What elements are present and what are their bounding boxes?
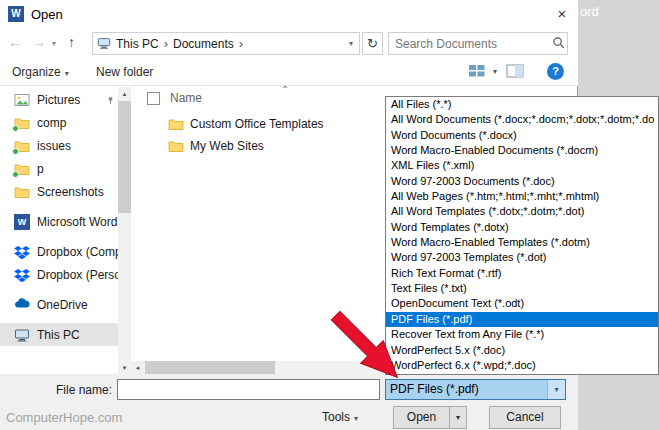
open-button-label[interactable]: Open <box>394 407 449 428</box>
sidebar-item-this-pc[interactable]: This PC <box>0 323 118 346</box>
tools-label: Tools <box>322 410 350 424</box>
dialog-titlebar: W Open × <box>0 0 578 28</box>
sidebar-item-issues[interactable]: issues <box>0 134 118 157</box>
select-all-checkbox[interactable] <box>147 92 160 105</box>
file-type-option[interactable]: All Files (*.*) <box>386 97 658 112</box>
address-dropdown-chevron-icon[interactable]: ▾ <box>349 39 355 48</box>
dropbox-icon <box>14 244 30 260</box>
tools-button[interactable]: Tools▾ <box>322 410 358 424</box>
list-item[interactable]: My Web Sites <box>168 136 264 156</box>
sidebar-item-label: comp <box>37 116 66 130</box>
onedrive-icon <box>14 297 30 313</box>
recent-locations-chevron-icon[interactable]: ▾ <box>52 39 56 48</box>
file-type-option[interactable]: Word Macro-Enabled Templates (*.dotm) <box>386 235 658 250</box>
file-list-horizontal-scrollbar[interactable]: ◂ <box>131 361 385 374</box>
dialog-title: Open <box>31 7 63 22</box>
name-column-header[interactable]: Name <box>170 91 202 105</box>
scrollbar-thumb[interactable] <box>145 361 275 374</box>
open-split-chevron-icon[interactable]: ▾ <box>449 407 466 428</box>
preview-pane-button[interactable] <box>506 64 524 81</box>
breadcrumb-separator-icon: › <box>239 36 243 51</box>
file-type-option[interactable]: All Word Documents (*.docx;*.docm;*.dotx… <box>386 112 658 127</box>
preview-pane-icon <box>506 64 524 78</box>
synced-folder-icon <box>14 161 30 177</box>
file-type-option[interactable]: Text Files (*.txt) <box>386 281 658 296</box>
search-box <box>388 32 568 55</box>
sidebar-item-label: issues <box>37 139 71 153</box>
view-options-button[interactable]: ▾ <box>468 63 497 79</box>
refresh-icon[interactable]: ↻ <box>362 32 383 55</box>
file-type-option[interactable]: Recover Text from Any File (*.*) <box>386 327 658 342</box>
sidebar-item-label: OneDrive <box>37 298 88 312</box>
up-icon[interactable]: ↑ <box>68 34 75 50</box>
sidebar: Pictures comp issues p Screenshots W Mic… <box>0 88 118 346</box>
background-window-title: ord <box>580 4 599 19</box>
help-button[interactable]: ? <box>547 63 564 80</box>
file-type-option[interactable]: WordPerfect 6.x (*.wpd;*.doc) <box>386 358 658 373</box>
word-icon-letter: W <box>18 217 27 227</box>
sidebar-section-gap <box>0 316 118 323</box>
sidebar-item-pictures[interactable]: Pictures <box>0 88 118 111</box>
file-type-selected-value: PDF Files (*.pdf) <box>386 380 547 399</box>
file-type-combobox[interactable]: PDF Files (*.pdf) ▾ <box>385 379 566 400</box>
sidebar-item-label: Dropbox (Person <box>37 268 118 282</box>
sidebar-section-gap <box>0 233 118 240</box>
sidebar-item-microsoft-word[interactable]: W Microsoft Word <box>0 210 118 233</box>
file-type-option-selected[interactable]: PDF Files (*.pdf) <box>386 312 658 327</box>
this-pc-mini-icon <box>97 36 111 52</box>
breadcrumb-documents[interactable]: Documents <box>173 37 234 51</box>
search-icon[interactable] <box>550 36 567 52</box>
combobox-chevron-icon[interactable]: ▾ <box>547 380 565 399</box>
list-item[interactable]: Custom Office Templates <box>168 114 324 134</box>
cancel-button[interactable]: Cancel <box>489 406 561 429</box>
new-folder-button[interactable]: New folder <box>96 65 153 79</box>
forward-icon[interactable]: → <box>32 34 46 50</box>
file-name-input[interactable] <box>117 379 380 400</box>
watermark: ComputerHope.com <box>6 410 122 425</box>
synced-folder-icon <box>14 138 30 154</box>
open-button[interactable]: Open ▾ <box>393 406 467 429</box>
chevron-down-icon: ▾ <box>65 69 69 78</box>
sidebar-item-dropbox-computer[interactable]: Dropbox (Compu <box>0 240 118 263</box>
file-type-option[interactable]: Word Templates (*.dotx) <box>386 220 658 235</box>
file-type-option[interactable]: All Web Pages (*.htm;*.html;*.mht;*.mhtm… <box>386 189 658 204</box>
sidebar-item-p[interactable]: p <box>0 157 118 180</box>
sidebar-item-label: Microsoft Word <box>37 215 117 229</box>
file-type-option[interactable]: XML Files (*.xml) <box>386 158 658 173</box>
scroll-down-icon[interactable]: ▾ <box>118 361 131 374</box>
sync-status-icon <box>12 171 19 178</box>
scroll-left-icon[interactable]: ◂ <box>131 361 144 374</box>
sidebar-scrollbar[interactable]: ▴ ▾ <box>118 87 131 374</box>
dropbox-icon <box>14 267 30 283</box>
scroll-up-icon[interactable]: ▴ <box>118 87 131 100</box>
sidebar-item-onedrive[interactable]: OneDrive <box>0 293 118 316</box>
dialog-toolbar: Organize▾ New folder ▾ ? <box>0 58 578 86</box>
sidebar-item-dropbox-personal[interactable]: Dropbox (Person <box>0 263 118 286</box>
scrollbar-thumb[interactable] <box>118 101 131 213</box>
file-type-dropdown-list: All Files (*.*) All Word Documents (*.do… <box>385 96 659 375</box>
file-type-option[interactable]: All Word Templates (*.dotx;*.dotm;*.dot) <box>386 204 658 219</box>
sidebar-section-gap <box>0 286 118 293</box>
sidebar-item-comp[interactable]: comp <box>0 111 118 134</box>
breadcrumb[interactable]: This PC › Documents › ▾ <box>92 32 360 55</box>
file-type-option[interactable]: Rich Text Format (*.rtf) <box>386 266 658 281</box>
sidebar-item-screenshots[interactable]: Screenshots <box>0 180 118 203</box>
sync-status-icon <box>12 125 19 132</box>
sidebar-item-label: Screenshots <box>37 185 104 199</box>
file-type-option[interactable]: WordPerfect 5.x (*.doc) <box>386 343 658 358</box>
file-type-option[interactable]: Word 97-2003 Templates (*.dot) <box>386 250 658 265</box>
organize-button[interactable]: Organize▾ <box>12 65 69 79</box>
folder-icon <box>168 116 184 132</box>
file-type-option[interactable]: OpenDocument Text (*.odt) <box>386 296 658 311</box>
sort-ascending-icon: ˆ <box>283 84 287 99</box>
search-input[interactable] <box>389 37 550 51</box>
chevron-down-icon: ▾ <box>354 414 358 423</box>
file-type-option[interactable]: Word 97-2003 Documents (*.doc) <box>386 174 658 189</box>
sidebar-item-label: This PC <box>37 328 80 342</box>
file-type-option[interactable]: Word Documents (*.docx) <box>386 128 658 143</box>
breadcrumb-this-pc[interactable]: This PC <box>116 37 159 51</box>
file-type-option[interactable]: Word Macro-Enabled Documents (*.docm) <box>386 143 658 158</box>
back-icon[interactable]: ← <box>8 34 22 50</box>
file-name-label: File name: <box>50 383 112 397</box>
close-icon[interactable]: × <box>548 2 576 26</box>
